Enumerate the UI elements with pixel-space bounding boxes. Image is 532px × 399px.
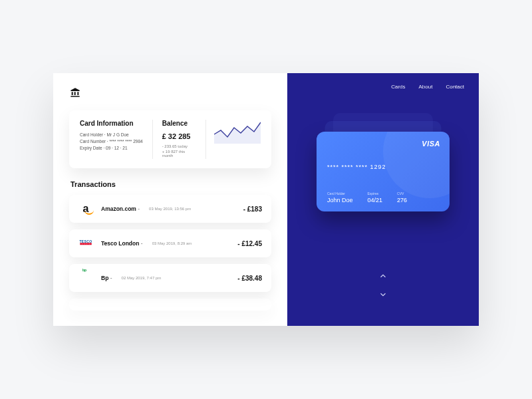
card-nav-arrows	[378, 271, 388, 299]
balance-column: Balence £ 32 285 - 233.65 today + 19 827…	[152, 120, 196, 159]
right-panel: Cards About Contact VISA **** **** **** …	[287, 73, 479, 326]
transaction-amount: - £38.48	[237, 275, 262, 282]
app-window: Card Information Card Holder · Mr J G Do…	[53, 73, 479, 326]
merchant-logo-tesco-icon: TESCO▀▀▀▀▀	[78, 236, 93, 251]
balance-month: + 19 827 this month	[162, 150, 196, 158]
card-info-column: Card Information Card Holder · Mr J G Do…	[80, 120, 143, 159]
transaction-date: 03 May 2019, 13:56 pm	[149, 207, 191, 211]
transactions-list: a Amazon.com 03 May 2019, 13:56 pm - £18…	[69, 195, 271, 311]
merchant-logo-bp-icon: bp	[78, 271, 93, 285]
transactions-title: Transactions	[70, 180, 271, 188]
transaction-amount: - £12.45	[237, 240, 262, 247]
nav-contact[interactable]: Contact	[446, 84, 464, 90]
bank-logo-icon	[69, 86, 81, 98]
merchant-logo-amazon-icon: a	[78, 201, 93, 216]
card-cvv-field: CVV 276	[397, 192, 407, 203]
nav-cards[interactable]: Cards	[391, 84, 405, 90]
card-info-title: Card Information	[80, 120, 143, 127]
nav-about[interactable]: About	[419, 84, 433, 90]
chevron-down-icon[interactable]	[378, 290, 388, 299]
transaction-row[interactable]: bp Bp 02 May 2019, 7:47 pm - £38.48	[69, 264, 271, 292]
card-brand: VISA	[422, 140, 440, 148]
merchant-name: Amazon.com	[101, 205, 140, 212]
top-nav: Cards About Contact	[391, 84, 464, 90]
transaction-date: 03 May 2019, 8:29 am	[152, 241, 192, 245]
balance-title: Balence	[162, 120, 196, 127]
merchant-name: Bp	[101, 275, 112, 281]
card-holder-line: Card Holder · Mr J G Doe	[80, 132, 143, 137]
balance-today: - 233.65 today	[162, 144, 196, 148]
transaction-row-faded	[69, 299, 271, 311]
balance-chart	[205, 120, 261, 159]
card-expiry-line: Expiry Date · 09 · 12 · 21	[80, 146, 143, 150]
chevron-up-icon[interactable]	[378, 271, 388, 281]
credit-card[interactable]: VISA **** **** **** 1292 Card Holder Joh…	[317, 132, 450, 211]
card-info-panel: Card Information Card Holder · Mr J G Do…	[69, 110, 271, 168]
card-expiry-field: Expires 04/21	[368, 192, 383, 203]
transaction-row[interactable]: TESCO▀▀▀▀▀ Tesco London 03 May 2019, 8:2…	[69, 229, 271, 257]
transaction-date: 02 May 2019, 7:47 pm	[122, 276, 162, 280]
card-number-line: Card Number · **** **** **** 2984	[80, 139, 143, 144]
transaction-row[interactable]: a Amazon.com 03 May 2019, 13:56 pm - £18…	[69, 195, 271, 223]
left-panel: Card Information Card Holder · Mr J G Do…	[53, 73, 287, 326]
merchant-name: Tesco London	[101, 240, 143, 247]
card-holder-field: Card Holder John Doe	[327, 192, 353, 203]
sparkline-chart-icon	[214, 120, 261, 146]
transaction-amount: - £183	[243, 205, 262, 213]
balance-amount: £ 32 285	[162, 132, 196, 140]
card-number: **** **** **** 1292	[327, 164, 439, 170]
